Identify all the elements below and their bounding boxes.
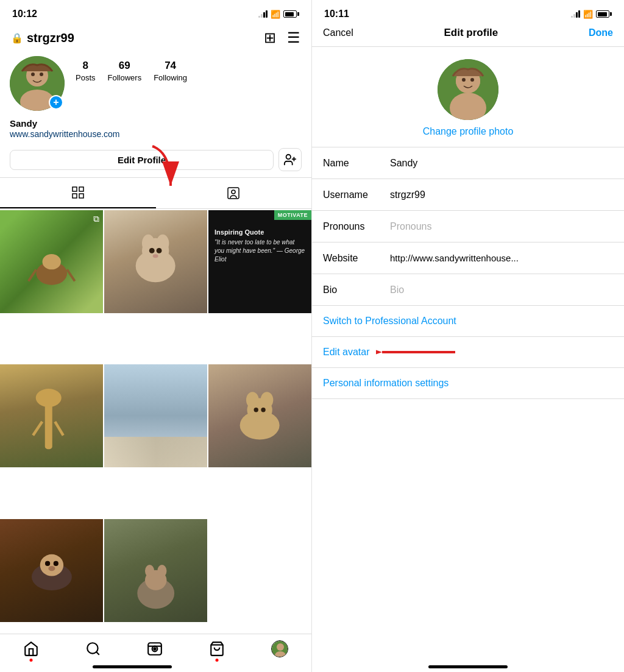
- profile-section: + 8 Posts 69 Followers 74 Following: [0, 52, 311, 117]
- add-story-button[interactable]: +: [49, 95, 63, 110]
- right-signal-icon: [571, 10, 580, 18]
- home-dot: [29, 659, 32, 662]
- username-value[interactable]: strgzr99: [390, 189, 613, 200]
- right-links: Switch to Professional Account Edit avat…: [312, 306, 624, 399]
- home-indicator-right: [428, 665, 508, 668]
- svg-point-60: [462, 78, 466, 82]
- website-row[interactable]: Website http://www.sandywrittenhouse...: [312, 242, 624, 274]
- photo-cell-3[interactable]: MOTIVATE Inspiring Quote "It is never to…: [208, 210, 311, 313]
- svg-point-4: [40, 73, 43, 76]
- photo-cell-8[interactable]: [104, 519, 207, 622]
- svg-point-14: [232, 190, 235, 194]
- photo-cell-4[interactable]: [0, 364, 103, 467]
- motivate-quote: "It is never too late to be what you mig…: [214, 238, 305, 264]
- profile-name-section: Sandy www.sandywrittenhouse.com: [0, 117, 311, 144]
- following-label: Following: [154, 73, 187, 82]
- website-value[interactable]: http://www.sandywrittenhouse...: [390, 253, 613, 263]
- svg-point-36: [261, 408, 266, 412]
- followers-stat[interactable]: 69 Followers: [108, 60, 142, 83]
- edit-avatar-link[interactable]: Edit avatar: [312, 337, 624, 368]
- add-post-icon[interactable]: ⊞: [264, 29, 276, 46]
- signal-icon: [258, 10, 268, 18]
- svg-rect-9: [73, 187, 77, 191]
- left-status-bar: 10:12 📶: [0, 0, 311, 24]
- nav-profile[interactable]: [271, 640, 288, 657]
- right-avatar-section: Change profile photo: [312, 47, 624, 147]
- bio-row[interactable]: Bio Bio: [312, 274, 624, 306]
- left-header: 🔒 strgzr99 ⊞ ☰: [0, 24, 311, 52]
- svg-rect-10: [79, 187, 83, 191]
- done-button[interactable]: Done: [589, 27, 613, 38]
- edit-profile-title: Edit profile: [444, 27, 498, 39]
- svg-point-45: [157, 565, 166, 577]
- followers-count: 69: [108, 60, 142, 72]
- pronouns-placeholder[interactable]: Pronouns: [390, 221, 613, 232]
- username-label: Username: [323, 189, 390, 200]
- right-status-bar: 10:11 📶: [312, 0, 624, 24]
- profile-website-link[interactable]: www.sandywrittenhouse.com: [10, 129, 120, 139]
- svg-point-28: [36, 389, 62, 407]
- svg-point-54: [277, 643, 284, 651]
- menu-icon[interactable]: ☰: [287, 29, 300, 46]
- edit-profile-button[interactable]: Edit Profile: [10, 150, 274, 170]
- nav-reels[interactable]: [147, 641, 163, 657]
- left-time: 10:12: [12, 9, 37, 19]
- photo-cell-7[interactable]: [0, 519, 103, 622]
- svg-point-35: [254, 408, 258, 412]
- name-row[interactable]: Name Sandy: [312, 147, 624, 179]
- header-actions: ⊞ ☰: [264, 29, 300, 46]
- svg-rect-12: [79, 194, 83, 198]
- profile-name: Sandy: [10, 118, 302, 129]
- svg-point-39: [45, 561, 50, 566]
- svg-point-33: [246, 392, 259, 408]
- following-stat[interactable]: 74 Following: [154, 60, 187, 83]
- name-value[interactable]: Sandy: [390, 158, 613, 169]
- tagged-tab[interactable]: [156, 178, 312, 208]
- right-panel: 10:11 📶 Cancel Edit profile Done: [312, 0, 624, 672]
- right-wifi-icon: 📶: [583, 10, 593, 19]
- photo-cell-6[interactable]: [208, 364, 311, 467]
- svg-point-3: [31, 73, 35, 76]
- website-label: Website: [323, 253, 390, 264]
- photo-cell-2[interactable]: [104, 210, 207, 313]
- svg-point-50: [154, 648, 156, 649]
- svg-line-17: [28, 269, 36, 281]
- lock-icon: 🔒: [11, 32, 23, 44]
- right-time: 10:11: [324, 9, 349, 19]
- posts-count: 8: [76, 60, 96, 72]
- grid-tab[interactable]: [0, 178, 156, 208]
- edit-profile-form: Name Sandy Username strgzr99 Pronouns Pr…: [312, 147, 624, 648]
- right-header: Cancel Edit profile Done: [312, 24, 624, 47]
- pronouns-label: Pronouns: [323, 221, 390, 232]
- right-avatar[interactable]: [438, 59, 498, 120]
- username-row[interactable]: Username strgzr99: [312, 179, 624, 211]
- photo-cell-1[interactable]: ⧉: [0, 210, 103, 313]
- tabs-section: [0, 177, 311, 209]
- avatar-container[interactable]: +: [10, 56, 65, 111]
- nav-shop[interactable]: [209, 641, 225, 657]
- pronouns-row[interactable]: Pronouns Pronouns: [312, 211, 624, 242]
- svg-line-29: [33, 422, 42, 436]
- svg-point-44: [145, 565, 154, 577]
- add-person-button[interactable]: [278, 148, 302, 171]
- photo-grid: ⧉ MOTIVATE Inspiring Quote: [0, 210, 311, 672]
- posts-stat[interactable]: 8 Posts: [76, 60, 96, 83]
- battery-icon: [283, 10, 299, 18]
- switch-professional-link[interactable]: Switch to Professional Account: [312, 306, 624, 337]
- left-status-icons: 📶: [258, 10, 299, 19]
- nav-home[interactable]: [23, 641, 39, 657]
- username-header: 🔒 strgzr99: [11, 31, 74, 45]
- photo-cell-5[interactable]: [104, 364, 207, 467]
- bio-placeholder[interactable]: Bio: [390, 285, 613, 295]
- nav-search[interactable]: [85, 641, 101, 657]
- svg-point-40: [53, 561, 58, 566]
- stats-container: 8 Posts 69 Followers 74 Following: [76, 60, 187, 83]
- bio-label: Bio: [323, 285, 390, 295]
- personal-info-link[interactable]: Personal information settings: [312, 368, 624, 399]
- svg-point-23: [149, 248, 155, 253]
- change-photo-button[interactable]: Change profile photo: [423, 126, 514, 137]
- cancel-button[interactable]: Cancel: [323, 27, 353, 38]
- svg-line-18: [67, 269, 75, 281]
- name-label: Name: [323, 158, 390, 169]
- svg-point-5: [286, 155, 291, 159]
